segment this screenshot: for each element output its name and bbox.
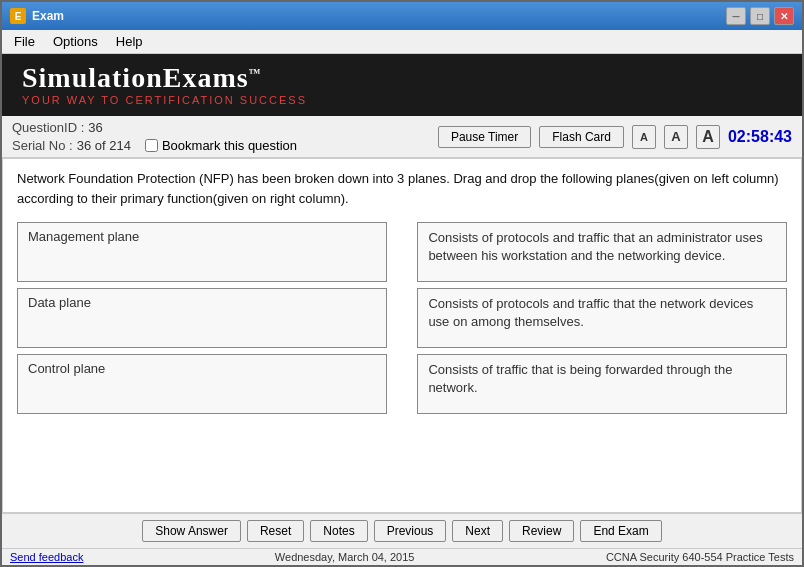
brand-text: SimulationExams™ YOUR WAY TO CERTIFICATI… bbox=[22, 62, 307, 106]
question-id-row: QuestionID : 36 bbox=[12, 120, 438, 135]
window-title: Exam bbox=[32, 9, 726, 23]
bookmark-row: Bookmark this question bbox=[145, 138, 297, 153]
brand-main: SimulationExams™ bbox=[22, 62, 307, 94]
question-text: Network Foundation Protection (NFP) has … bbox=[17, 169, 787, 208]
font-large-button[interactable]: A bbox=[696, 125, 720, 149]
question-id-label: QuestionID : bbox=[12, 120, 84, 135]
main-window: E Exam ─ □ ✕ File Options Help Simulatio… bbox=[0, 0, 804, 567]
spacer-col bbox=[387, 222, 418, 420]
drag-drop-table: Management plane Data plane Control plan… bbox=[17, 222, 787, 420]
title-bar: E Exam ─ □ ✕ bbox=[2, 2, 802, 30]
minimize-button[interactable]: ─ bbox=[726, 7, 746, 25]
window-controls: ─ □ ✕ bbox=[726, 7, 794, 25]
status-bar: Send feedback Wednesday, March 04, 2015 … bbox=[2, 548, 802, 565]
serial-row: Serial No : 36 of 214 Bookmark this ques… bbox=[12, 138, 438, 153]
flash-card-button[interactable]: Flash Card bbox=[539, 126, 624, 148]
serial-value: 36 of 214 bbox=[77, 138, 131, 153]
previous-button[interactable]: Previous bbox=[374, 520, 447, 542]
descriptions-column: Consists of protocols and traffic that a… bbox=[417, 222, 787, 420]
info-bar: QuestionID : 36 Serial No : 36 of 214 Bo… bbox=[2, 116, 802, 158]
header-banner: SimulationExams™ YOUR WAY TO CERTIFICATI… bbox=[2, 54, 802, 116]
status-date: Wednesday, March 04, 2015 bbox=[275, 551, 415, 563]
review-button[interactable]: Review bbox=[509, 520, 574, 542]
font-medium-button[interactable]: A bbox=[664, 125, 688, 149]
table-row: Management plane Data plane Control plan… bbox=[17, 222, 787, 420]
plane-box-data[interactable]: Data plane bbox=[17, 288, 387, 348]
end-exam-button[interactable]: End Exam bbox=[580, 520, 661, 542]
brand-sub: YOUR WAY TO CERTIFICATION SUCCESS bbox=[22, 94, 307, 106]
plane-box-control[interactable]: Control plane bbox=[17, 354, 387, 414]
question-area: Network Foundation Protection (NFP) has … bbox=[2, 158, 802, 513]
desc-box-data[interactable]: Consists of protocols and traffic that t… bbox=[417, 288, 787, 348]
serial-label: Serial No : bbox=[12, 138, 73, 153]
pause-timer-button[interactable]: Pause Timer bbox=[438, 126, 531, 148]
menu-options[interactable]: Options bbox=[45, 32, 106, 51]
plane-box-management[interactable]: Management plane bbox=[17, 222, 387, 282]
maximize-button[interactable]: □ bbox=[750, 7, 770, 25]
menu-file[interactable]: File bbox=[6, 32, 43, 51]
bottom-bar: Show Answer Reset Notes Previous Next Re… bbox=[2, 513, 802, 548]
timer-display: 02:58:43 bbox=[728, 128, 792, 146]
next-button[interactable]: Next bbox=[452, 520, 503, 542]
show-answer-button[interactable]: Show Answer bbox=[142, 520, 241, 542]
app-icon: E bbox=[10, 8, 26, 24]
info-right: Pause Timer Flash Card A A A 02:58:43 bbox=[438, 125, 792, 149]
menu-help[interactable]: Help bbox=[108, 32, 151, 51]
close-button[interactable]: ✕ bbox=[774, 7, 794, 25]
exam-name: CCNA Security 640-554 Practice Tests bbox=[606, 551, 794, 563]
desc-box-management[interactable]: Consists of protocols and traffic that a… bbox=[417, 222, 787, 282]
bookmark-label: Bookmark this question bbox=[162, 138, 297, 153]
reset-button[interactable]: Reset bbox=[247, 520, 304, 542]
send-feedback-link[interactable]: Send feedback bbox=[10, 551, 83, 563]
font-small-button[interactable]: A bbox=[632, 125, 656, 149]
notes-button[interactable]: Notes bbox=[310, 520, 367, 542]
menu-bar: File Options Help bbox=[2, 30, 802, 54]
planes-column: Management plane Data plane Control plan… bbox=[17, 222, 387, 420]
desc-box-control[interactable]: Consists of traffic that is being forwar… bbox=[417, 354, 787, 414]
question-id-value: 36 bbox=[88, 120, 102, 135]
bookmark-checkbox[interactable] bbox=[145, 139, 158, 152]
